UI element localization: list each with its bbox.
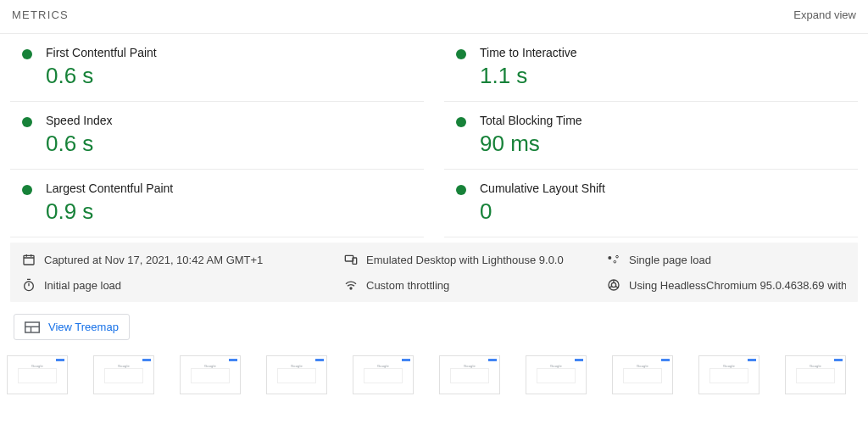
devices-icon	[344, 253, 358, 266]
thumb-label: Google	[613, 364, 672, 368]
metric-label: First Contentful Paint	[46, 46, 157, 59]
info-headless: Using HeadlessChromium 95.0.4638.69 with…	[607, 278, 846, 292]
calendar-icon	[22, 253, 36, 266]
info-text: Using HeadlessChromium 95.0.4638.69 with…	[629, 279, 846, 292]
metrics-grid: First Contentful Paint 0.6 s Time to Int…	[0, 33, 868, 237]
filmstrip-frame[interactable]: Google	[785, 355, 846, 394]
svg-rect-1	[345, 255, 353, 261]
info-text: Initial page load	[44, 279, 121, 292]
metrics-title: METRICS	[12, 8, 69, 21]
svg-point-3	[608, 256, 611, 260]
thumb-label: Google	[181, 364, 240, 368]
status-dot-icon	[22, 117, 32, 127]
filmstrip-frame[interactable]: Google	[180, 355, 241, 394]
metric-value: 0	[480, 198, 605, 225]
thumb-label: Google	[353, 364, 413, 368]
chromium-icon	[607, 278, 620, 292]
status-dot-icon	[22, 49, 32, 59]
samples-one-icon	[607, 253, 620, 266]
metric-label: Speed Index	[46, 114, 113, 127]
metric-si: Speed Index 0.6 s	[10, 102, 424, 170]
treemap-icon	[25, 321, 40, 333]
info-emulated: Emulated Desktop with Lighthouse 9.0.0	[344, 253, 598, 266]
status-dot-icon	[22, 185, 32, 195]
filmstrip-frame[interactable]: Google	[698, 355, 760, 394]
timer-icon	[22, 278, 36, 292]
filmstrip-frame[interactable]: Google	[353, 355, 414, 394]
metric-tti: Time to Interactive 1.1 s	[444, 34, 858, 102]
svg-rect-0	[24, 255, 34, 265]
info-throttling: Custom throttling	[344, 278, 598, 292]
metric-label: Time to Interactive	[480, 46, 577, 59]
treemap-label: View Treemap	[48, 321, 119, 333]
metric-label: Cumulative Layout Shift	[480, 181, 605, 195]
metric-value: 1.1 s	[480, 63, 577, 89]
metric-label: Largest Contentful Paint	[46, 181, 173, 195]
network-icon	[344, 278, 358, 292]
status-dot-icon	[456, 117, 466, 127]
actions-row: View Treemap	[0, 302, 868, 340]
runtime-info: Captured at Nov 17, 2021, 10:42 AM GMT+1…	[10, 243, 858, 302]
info-text: Single page load	[629, 254, 711, 266]
info-text: Custom throttling	[366, 279, 449, 292]
filmstrip: Google Google Google Google Google Googl…	[0, 340, 868, 394]
svg-point-7	[350, 288, 352, 289]
status-dot-icon	[456, 49, 466, 59]
thumb-label: Google	[440, 364, 499, 368]
filmstrip-frame[interactable]: Google	[439, 355, 500, 394]
filmstrip-frame[interactable]: Google	[93, 355, 154, 394]
filmstrip-frame[interactable]: Google	[526, 355, 587, 394]
metric-cls: Cumulative Layout Shift 0	[444, 170, 858, 237]
thumb-label: Google	[94, 364, 153, 368]
thumb-label: Google	[526, 364, 586, 368]
info-text: Captured at Nov 17, 2021, 10:42 AM GMT+1	[44, 254, 263, 266]
metric-label: Total Blocking Time	[480, 114, 582, 127]
metric-value: 0.6 s	[46, 63, 157, 89]
metric-tbt: Total Blocking Time 90 ms	[444, 102, 858, 170]
thumb-label: Google	[8, 364, 67, 368]
metrics-header: METRICS Expand view	[0, 0, 868, 33]
info-initial: Initial page load	[22, 278, 336, 292]
metric-value: 0.6 s	[46, 131, 113, 157]
metric-value: 0.9 s	[46, 198, 173, 225]
thumb-label: Google	[267, 364, 326, 368]
svg-point-5	[616, 255, 619, 258]
status-dot-icon	[456, 185, 466, 195]
filmstrip-frame[interactable]: Google	[7, 355, 68, 394]
thumb-label: Google	[699, 364, 759, 368]
view-treemap-button[interactable]: View Treemap	[14, 314, 130, 340]
svg-point-4	[614, 260, 616, 263]
filmstrip-frame[interactable]: Google	[612, 355, 673, 394]
metric-value: 90 ms	[480, 131, 582, 157]
expand-view-link[interactable]: Expand view	[793, 8, 856, 21]
metric-lcp: Largest Contentful Paint 0.9 s	[10, 170, 424, 237]
filmstrip-frame[interactable]: Google	[266, 355, 327, 394]
info-text: Emulated Desktop with Lighthouse 9.0.0	[366, 254, 564, 266]
metric-fcp: First Contentful Paint 0.6 s	[10, 34, 424, 102]
thumb-label: Google	[786, 364, 845, 368]
info-captured: Captured at Nov 17, 2021, 10:42 AM GMT+1	[22, 253, 336, 266]
info-single: Single page load	[607, 253, 846, 266]
